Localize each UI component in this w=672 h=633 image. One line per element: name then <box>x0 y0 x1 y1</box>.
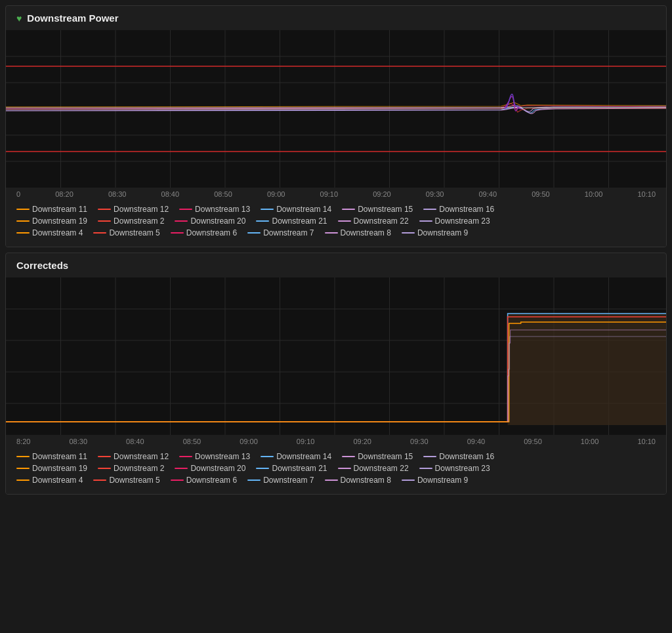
legend-item: Downstream 11 <box>16 205 87 214</box>
legend-line-icon <box>98 456 111 457</box>
legend-label: Downstream 12 <box>114 452 169 461</box>
legend-label: Downstream 9 <box>417 476 468 485</box>
legend-row-1: Downstream 11 Downstream 12 Downstream 1… <box>16 452 656 461</box>
time-label: 8:20 <box>16 438 30 445</box>
legend-item: Downstream 8 <box>325 476 391 485</box>
legend-label: Downstream 20 <box>190 464 245 473</box>
legend-label: Downstream 23 <box>435 464 490 473</box>
chart2-area <box>6 277 666 435</box>
legend-line-icon <box>16 232 30 234</box>
panel-title-2: Correcteds <box>6 253 666 277</box>
legend-item: Downstream 19 <box>16 464 87 473</box>
legend-line-icon <box>93 480 106 481</box>
legend-line-icon <box>247 480 261 481</box>
legend-item: Downstream 16 <box>423 452 494 461</box>
legend-item: Downstream 23 <box>419 464 490 473</box>
legend-label: Downstream 21 <box>272 464 327 473</box>
legend-label: Downstream 5 <box>109 476 159 485</box>
legend-label: Downstream 14 <box>276 452 331 461</box>
legend-item: Downstream 14 <box>261 452 331 461</box>
time-label: 09:30 <box>410 438 429 445</box>
legend-item: Downstream 6 <box>171 228 237 237</box>
legend-label: Downstream 6 <box>186 228 237 237</box>
legend-line-icon <box>16 456 30 457</box>
time-label: 10:10 <box>637 438 656 445</box>
legend-row-2: Downstream 19 Downstream 2 Downstream 20… <box>16 216 656 226</box>
time-label: 10:10 <box>637 190 656 198</box>
legend-item: Downstream 7 <box>247 228 314 237</box>
time-label: 09:40 <box>479 190 497 198</box>
legend-item: Downstream 14 <box>261 205 331 214</box>
chart2-svg <box>6 277 666 435</box>
legend-item: Downstream 20 <box>175 216 245 226</box>
legend-row-1: Downstream 11 Downstream 12 Downstream 1… <box>16 205 656 214</box>
legend-item: Downstream 9 <box>402 476 468 485</box>
legend-item: Downstream 21 <box>256 464 327 473</box>
legend-line-icon <box>419 220 432 222</box>
legend-label: Downstream 19 <box>32 216 87 226</box>
legend-line-icon <box>342 456 355 457</box>
legend-line-icon <box>16 468 30 469</box>
legend-line-icon <box>256 468 269 469</box>
legend-item: Downstream 4 <box>16 228 83 237</box>
legend-item: Downstream 8 <box>325 228 391 237</box>
legend-line-icon <box>261 456 274 457</box>
time-label: 09:30 <box>426 190 444 198</box>
time-label: 08:50 <box>183 438 201 445</box>
time-label: 08:40 <box>161 190 180 198</box>
legend-line-icon <box>423 209 436 210</box>
legend-line-icon <box>175 220 188 222</box>
time-label: 08:20 <box>55 190 74 198</box>
legend-label: Downstream 22 <box>354 464 409 473</box>
legend-label: Downstream 16 <box>439 452 494 461</box>
legend-line-icon <box>256 220 269 222</box>
legend-line-icon <box>98 220 111 222</box>
time-label: 08:50 <box>214 190 232 198</box>
legend-item: Downstream 5 <box>93 228 159 237</box>
legend-label: Downstream 8 <box>341 228 391 237</box>
legend-line-icon <box>171 480 184 481</box>
legend-item: Downstream 9 <box>402 228 468 237</box>
legend-line-icon <box>419 468 432 469</box>
legend-label: Downstream 11 <box>32 452 87 461</box>
time-label: 10:00 <box>581 438 599 445</box>
legend-label: Downstream 14 <box>276 205 331 214</box>
time-label: 08:30 <box>108 190 127 198</box>
legend-item: Downstream 5 <box>93 476 159 485</box>
legend-item: Downstream 4 <box>16 476 83 485</box>
legend-item: Downstream 22 <box>338 216 409 226</box>
time-label: 09:20 <box>373 190 391 198</box>
legend-item: Downstream 19 <box>16 216 87 226</box>
legend-item: Downstream 6 <box>171 476 237 485</box>
legend-line-icon <box>402 480 415 481</box>
legend-label: Downstream 11 <box>32 205 87 214</box>
legend-item: Downstream 15 <box>342 452 413 461</box>
chart1-time-axis: 0 08:20 08:30 08:40 08:50 09:00 09:10 09… <box>6 188 666 201</box>
legend-item: Downstream 7 <box>247 476 314 485</box>
legend-label: Downstream 12 <box>114 205 169 214</box>
chart2-title: Correcteds <box>16 260 68 271</box>
legend-line-icon <box>423 456 436 457</box>
legend-line-icon <box>16 209 30 210</box>
legend-item: Downstream 2 <box>98 464 164 473</box>
legend-label: Downstream 4 <box>32 228 83 237</box>
legend-label: Downstream 9 <box>417 228 468 237</box>
legend-line-icon <box>342 209 355 210</box>
legend-line-icon <box>338 220 351 222</box>
chart1-area <box>6 30 666 188</box>
legend-line-icon <box>98 468 111 469</box>
legend-line-icon <box>93 232 106 234</box>
time-label: 10:00 <box>585 190 603 198</box>
time-label: 09:40 <box>467 438 486 445</box>
legend-label: Downstream 23 <box>435 216 490 226</box>
legend-row-2: Downstream 19 Downstream 2 Downstream 20… <box>16 464 656 473</box>
legend-item: Downstream 12 <box>98 452 169 461</box>
legend-label: Downstream 20 <box>190 216 245 226</box>
legend-line-icon <box>261 209 274 210</box>
legend-item: Downstream 2 <box>98 216 164 226</box>
legend-item: Downstream 21 <box>256 216 327 226</box>
legend-label: Downstream 15 <box>358 452 413 461</box>
legend-line-icon <box>16 220 30 222</box>
legend-row-3: Downstream 4 Downstream 5 Downstream 6 D… <box>16 476 656 485</box>
panel-title-1: ♥ Downstream Power <box>6 6 666 30</box>
